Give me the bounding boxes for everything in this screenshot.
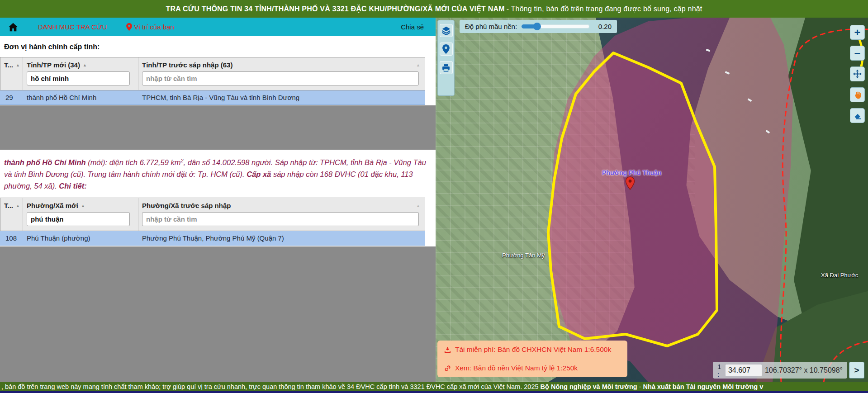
catalog-label: DANH MỤC TRA CỨU (38, 23, 107, 31)
empty-area (0, 105, 436, 150)
opacity-value: 0.20 (598, 23, 612, 30)
province-filter-row (0, 71, 425, 90)
page-title: TRA CỨU THÔNG TIN 34 TỈNH/THÀNH PHỐ VÀ 3… (166, 5, 505, 13)
ward-label-dai-phuoc: Xã Đại Phước (821, 272, 858, 279)
link-icon (444, 365, 451, 372)
sort-icon: ▲ (81, 204, 85, 208)
drag-hand-button[interactable] (850, 87, 865, 102)
province-table-row[interactable]: 29 thành phố Hồ Chí Minh TPHCM, tỉnh Bà … (0, 90, 425, 105)
hand-icon (853, 90, 862, 99)
home-button[interactable] (7, 21, 19, 33)
plus-icon: + (854, 27, 860, 38)
ward-old-filter-input[interactable] (142, 212, 419, 226)
province-name-bold: thành phố Hồ Chí Minh (4, 158, 86, 166)
province-filter-stt-cell (0, 71, 23, 90)
detail-label: Chi tiết: (59, 182, 86, 190)
scale-input[interactable] (726, 365, 762, 376)
map-left-toolbar (437, 20, 455, 96)
sort-icon: ▲ (416, 63, 420, 67)
pan-mode-button[interactable] (850, 66, 865, 81)
menu-bar: DANH MỤC TRA CỨU Vị trí của bạn Chia sẻ (0, 18, 436, 36)
locate-button[interactable] (440, 43, 453, 56)
province-col-old[interactable]: Tỉnh/TP trước sáp nhập (63)▲ (138, 57, 425, 71)
province-row-stt: 29 (0, 90, 23, 104)
map-scale-bar: 1 : 106.70327° x 10.75098° (713, 362, 847, 379)
footer-org-publisher: Nhà xuất bản Tài nguyên Môi trường v (643, 383, 764, 390)
page-title-bar: TRA CỨU THÔNG TIN 34 TỈNH/THÀNH PHỐ VÀ 3… (0, 0, 868, 18)
erase-button[interactable] (850, 108, 865, 123)
ward-table: T...▲ Phường/Xã mới▲ Phường/Xã trước sáp… (0, 198, 425, 246)
empty-area (0, 246, 436, 383)
ward-filter-stt-cell (0, 211, 23, 231)
page-subtitle: - Thông tin, bản đồ trên trang đang được… (507, 5, 702, 13)
ward-row-old: Phường Phú Thuận, Phường Phú Mỹ (Quận 7) (138, 231, 425, 245)
lookup-panel: DANH MỤC TRA CỨU Vị trí của bạn Chia sẻ … (0, 18, 436, 382)
ward-new-filter-input[interactable] (27, 212, 130, 226)
footer-disclaimer: , bản đồ trên trang web này mang tính ch… (1, 383, 541, 390)
sort-icon: ▲ (416, 204, 420, 208)
map-links-box: Tải miễn phí: Bản đồ CHXHCN Việt Nam 1:6… (437, 341, 627, 377)
print-button[interactable] (440, 61, 453, 74)
province-section-heading: Đơn vị hành chính cấp tỉnh: (4, 43, 436, 51)
your-location-label: Vị trí của bạn (134, 23, 174, 31)
opacity-slider-thumb[interactable] (533, 23, 541, 30)
basemap-opacity-control: Độ phủ mầu nền: 0.20 (460, 20, 617, 33)
scale-prefix: 1 : (717, 363, 722, 378)
ward-filter-row (0, 211, 425, 231)
ward-row-new: Phú Thuận (phường) (23, 231, 138, 245)
sort-icon: ▲ (16, 63, 20, 67)
map-overlay (436, 18, 868, 382)
province-table-header: T...▲ Tỉnh/TP mới (34)▲ Tỉnh/TP trước sá… (0, 57, 425, 71)
menu-item-catalog[interactable]: DANH MỤC TRA CỨU (38, 23, 107, 31)
location-pin-icon (126, 23, 132, 31)
province-row-new: thành phố Hồ Chí Minh (23, 90, 138, 104)
footer-org-ministry: Bộ Nông nghiệp và Môi trường (541, 383, 637, 390)
cursor-coordinates: 106.70327° x 10.75098° (765, 366, 843, 374)
selected-ward-label: Phường Phú Thuận (602, 169, 661, 176)
printer-icon (441, 63, 451, 72)
app-root: TRA CỨU THÔNG TIN 34 TỈNH/THÀNH PHỐ VÀ 3… (0, 0, 868, 393)
map-right-toolbar: + − (850, 25, 865, 123)
ward-row-stt: 108 (0, 231, 23, 245)
ward-table-row[interactable]: 108 Phú Thuận (phường) Phường Phú Thuận,… (0, 231, 425, 246)
ward-col-stt[interactable]: T...▲ (0, 198, 23, 211)
layers-icon (441, 26, 451, 35)
province-description: thành phố Hồ Chí Minh (mới): diện tích 6… (4, 154, 428, 192)
ward-label-tan-my: Phường Tân Mỹ (502, 252, 545, 259)
share-button[interactable]: Chia sẻ (401, 23, 424, 31)
province-table: T...▲ Tỉnh/TP mới (34)▲ Tỉnh/TP trước sá… (0, 57, 425, 105)
chevron-right-icon: > (854, 365, 859, 375)
menu-item-your-location[interactable]: Vị trí của bạn (126, 23, 174, 31)
home-icon (8, 22, 18, 32)
province-row-old: TPHCM, tỉnh Bà Rịa - Vũng Tàu và tỉnh Bì… (138, 90, 425, 104)
footer-bar: , bản đồ trên trang web này mang tính ch… (0, 382, 868, 393)
move-arrows-icon (853, 69, 862, 79)
eraser-icon (853, 111, 862, 120)
view-basemap-link[interactable]: Xem: Bản đồ nền Việt Nam tỷ lệ 1:250k (444, 364, 621, 372)
ward-table-header: T...▲ Phường/Xã mới▲ Phường/Xã trước sáp… (0, 198, 425, 211)
layers-button[interactable] (440, 24, 453, 37)
province-col-new[interactable]: Tỉnh/TP mới (34)▲ (23, 57, 138, 71)
zoom-out-button[interactable]: − (850, 46, 865, 61)
opacity-slider[interactable] (522, 24, 589, 28)
map-pin-icon (442, 44, 450, 54)
scalebar-expand-button[interactable]: > (849, 362, 864, 379)
ward-col-old[interactable]: Phường/Xã trước sáp nhập▲ (138, 198, 425, 211)
download-map-link[interactable]: Tải miễn phí: Bản đồ CHXHCN Việt Nam 1:6… (444, 346, 621, 354)
opacity-label: Độ phủ mầu nền: (465, 23, 517, 30)
sort-icon: ▲ (83, 63, 87, 67)
ward-col-new[interactable]: Phường/Xã mới▲ (23, 198, 138, 211)
download-icon (444, 346, 451, 354)
province-new-filter-input[interactable] (27, 71, 130, 85)
selected-ward-marker[interactable] (624, 176, 636, 190)
province-old-filter-input[interactable] (142, 71, 419, 85)
sort-icon: ▲ (16, 204, 20, 208)
map-canvas[interactable]: Độ phủ mầu nền: 0.20 + − (436, 18, 868, 382)
province-col-stt[interactable]: T...▲ (0, 57, 23, 71)
zoom-in-button[interactable]: + (850, 25, 865, 40)
minus-icon: − (854, 48, 860, 59)
